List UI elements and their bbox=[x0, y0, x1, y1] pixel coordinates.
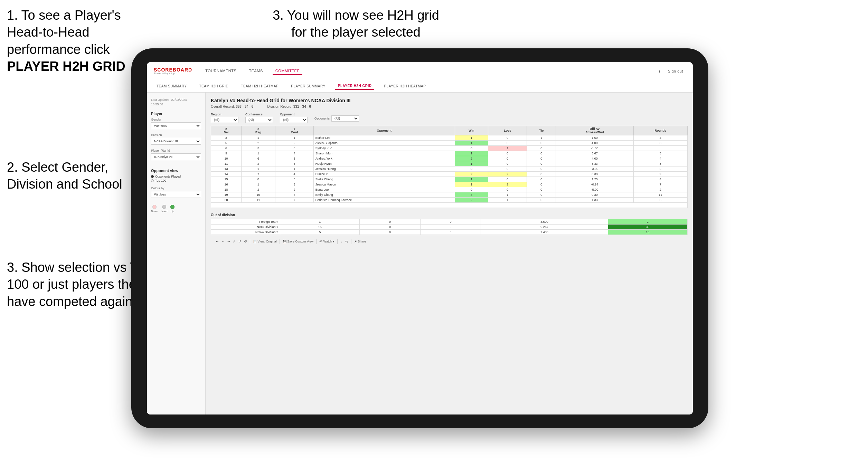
back-button[interactable]: ← bbox=[221, 240, 225, 243]
refresh-button[interactable]: ↺ bbox=[238, 240, 241, 243]
sidebar-timestamp: Last Updated: 27/03/202416:55:38 bbox=[151, 98, 201, 106]
table-row: 3 1 1 Esther Lee 1 0 1 1.50 4 bbox=[211, 135, 688, 141]
data-area: Katelyn Vo Head-to-Head Grid for Women's… bbox=[206, 93, 693, 414]
instructions-step1: 1. To see a Player's Head-to-Head perfor… bbox=[7, 7, 145, 75]
opponents-label: Opponents: (All) bbox=[314, 115, 359, 123]
logo-powered: Powered by clippd bbox=[154, 72, 192, 75]
subnav-player-h2h-heatmap[interactable]: PLAYER H2H HEATMAP bbox=[381, 83, 428, 89]
filters-row: Region (All) Conference (All) Opponent bbox=[211, 113, 688, 123]
table-row: 14 7 4 Eunice Yi 2 2 0 0.38 9 bbox=[211, 172, 688, 177]
sidebar-radio-top100[interactable]: Top 100 bbox=[151, 179, 201, 182]
filter-opponent-select[interactable]: (All) bbox=[280, 117, 308, 123]
table-row: 10 6 3 Andrea York 2 0 0 4.00 4 bbox=[211, 156, 688, 161]
table-row: 9 1 4 Sharon Mun 1 0 0 3.67 3 bbox=[211, 151, 688, 156]
table-row: 5 2 2 Alexis Sudjianto 1 0 0 4.00 3 bbox=[211, 141, 688, 146]
sidebar-player-label: Player bbox=[151, 112, 201, 116]
separator1 bbox=[250, 239, 250, 244]
table-row: 19 10 6 Emily Chang 4 1 0 0.30 11 bbox=[211, 192, 688, 198]
separator3 bbox=[316, 239, 317, 244]
legend-up: Up bbox=[170, 205, 174, 213]
nav-items: TOURNAMENTS TEAMS COMMITTEE bbox=[202, 67, 649, 75]
th-diff: Diff AvStrokes/Rnd bbox=[556, 126, 634, 135]
sort-button[interactable]: ≡↕ bbox=[345, 240, 348, 243]
share-button[interactable]: ⬈ Share bbox=[354, 240, 366, 243]
sidebar-gender-select[interactable]: Women's Men's bbox=[151, 122, 201, 129]
table-row: 16 1 3 Jessica Mason 1 2 0 -0.94 7 bbox=[211, 182, 688, 187]
instructions-step3-top: 3. You will now see H2H grid for the pla… bbox=[270, 7, 442, 41]
table-row: 6 3 3 Sydney Kuo 0 1 0 -1.00 bbox=[211, 146, 688, 151]
subnav: TEAM SUMMARY TEAM H2H GRID TEAM H2H HEAT… bbox=[147, 80, 693, 93]
tablet-screen: SCOREBOARD Powered by clippd TOURNAMENTS… bbox=[147, 62, 693, 414]
navbar: SCOREBOARD Powered by clippd TOURNAMENTS… bbox=[147, 62, 693, 80]
th-opponent: Opponent bbox=[313, 126, 455, 135]
filter-group-region: Region (All) bbox=[211, 113, 238, 123]
separator4 bbox=[337, 239, 338, 244]
main-content: Last Updated: 27/03/202416:55:38 Player … bbox=[147, 93, 693, 414]
th-reg: #Reg bbox=[241, 126, 275, 135]
sidebar-player-rank-label: Player (Rank) bbox=[151, 149, 201, 152]
table-row: 11 2 5 Heejo Hyun 1 0 0 3.33 3 bbox=[211, 161, 688, 166]
download-button[interactable]: ↓ bbox=[340, 240, 342, 243]
signout-button[interactable]: Sign out bbox=[665, 68, 686, 75]
legend-down: Down bbox=[151, 205, 158, 213]
out-table-row: NAIA Division 1 15 0 0 9.267 30 bbox=[211, 225, 688, 230]
out-table-row: NCAA Division 2 5 0 0 7.400 10 bbox=[211, 230, 688, 235]
table-row: 18 2 2 Euna Lee 0 0 0 -5.00 2 bbox=[211, 187, 688, 192]
overall-record: Overall Record: 353 - 34 - 6 bbox=[211, 105, 253, 108]
undo-button[interactable]: ↩ bbox=[216, 240, 219, 243]
sidebar-gender-label: Gender bbox=[151, 118, 201, 121]
out-table-row: Foreign Team 1 0 0 4.500 2 bbox=[211, 219, 688, 225]
out-of-division-title: Out of division bbox=[211, 213, 688, 217]
logo-text: SCOREBOARD bbox=[154, 67, 192, 72]
table-row-empty bbox=[211, 203, 688, 208]
filter-group-conference: Conference (All) bbox=[245, 113, 273, 123]
sidebar-legend: Down Level Up bbox=[151, 205, 201, 213]
nav-item-teams[interactable]: TEAMS bbox=[246, 67, 265, 75]
toolbar-bottom: ↩ ← ↪ ⤢ ↺ ⏱ 📋 View: Original 💾 Save Cust… bbox=[211, 235, 688, 247]
user-icon: i bbox=[659, 69, 660, 73]
filter-region-select[interactable]: (All) bbox=[211, 117, 238, 123]
nav-right: i Sign out bbox=[659, 68, 686, 75]
tablet-device: SCOREBOARD Powered by clippd TOURNAMENTS… bbox=[131, 48, 708, 428]
table-row: 15 8 5 Stella Cheng 1 0 0 1.25 4 bbox=[211, 177, 688, 182]
sidebar-colour-by-label: Colour by bbox=[151, 187, 201, 190]
timer-button[interactable]: ⏱ bbox=[244, 240, 247, 243]
sidebar-player-rank-select[interactable]: 8. Katelyn Vo bbox=[151, 153, 201, 160]
th-tie: Tie bbox=[527, 126, 556, 135]
subnav-team-h2h-grid[interactable]: TEAM H2H GRID bbox=[197, 83, 232, 89]
filter-conference-select[interactable]: (All) bbox=[245, 117, 273, 123]
redo-button[interactable]: ↪ bbox=[227, 240, 230, 243]
sidebar: Last Updated: 27/03/202416:55:38 Player … bbox=[147, 93, 206, 414]
table-row: 13 1 1 Jessica Huang 0 0 0 -3.00 2 bbox=[211, 166, 688, 172]
sidebar-division-select[interactable]: NCAA Division III NCAA Division I NCAA D… bbox=[151, 138, 201, 145]
separator5 bbox=[351, 239, 351, 244]
th-win: Win bbox=[455, 126, 488, 135]
opponents-select[interactable]: (All) bbox=[331, 115, 359, 122]
sidebar-opponent-view-label: Opponent view bbox=[151, 169, 201, 173]
th-conf: #Conf bbox=[275, 126, 314, 135]
subnav-team-summary[interactable]: TEAM SUMMARY bbox=[154, 83, 190, 89]
filter-group-opponent: Opponent (All) bbox=[280, 113, 308, 123]
data-subtitle: Overall Record: 353 - 34 - 6 Division Re… bbox=[211, 105, 688, 108]
h2h-table: #Div #Reg #Conf Opponent Win Loss Tie Di… bbox=[211, 126, 688, 208]
out-of-division-table: Foreign Team 1 0 0 4.500 2 NAIA Division… bbox=[211, 219, 688, 235]
save-custom-view-button[interactable]: 💾 Save Custom View bbox=[283, 240, 313, 243]
table-row: 20 11 7 Federica Domecq Lacroze 2 1 0 1.… bbox=[211, 198, 688, 203]
nav-item-committee[interactable]: COMMITTEE bbox=[273, 67, 303, 75]
subnav-team-h2h-heatmap[interactable]: TEAM H2H HEATMAP bbox=[238, 83, 281, 89]
subnav-player-summary[interactable]: PLAYER SUMMARY bbox=[288, 83, 328, 89]
data-title: Katelyn Vo Head-to-Head Grid for Women's… bbox=[211, 98, 688, 103]
instructions-step2: 2. Select Gender, Division and School bbox=[7, 159, 145, 193]
division-record: Division Record: 331 - 34 - 6 bbox=[267, 105, 311, 108]
sidebar-colour-by-select[interactable]: Win/loss bbox=[151, 191, 201, 198]
subnav-player-h2h-grid[interactable]: PLAYER H2H GRID bbox=[335, 83, 375, 90]
th-rounds: Rounds bbox=[633, 126, 687, 135]
expand-button[interactable]: ⤢ bbox=[233, 240, 236, 243]
th-loss: Loss bbox=[488, 126, 527, 135]
watch-button[interactable]: 👁 Watch ▾ bbox=[319, 240, 334, 243]
logo: SCOREBOARD Powered by clippd bbox=[154, 67, 192, 75]
sidebar-radio-opponents-played[interactable]: Opponents Played bbox=[151, 175, 201, 178]
view-original-button[interactable]: 📋 View: Original bbox=[253, 240, 277, 243]
sidebar-division-label: Division bbox=[151, 133, 201, 137]
nav-item-tournaments[interactable]: TOURNAMENTS bbox=[202, 67, 239, 75]
